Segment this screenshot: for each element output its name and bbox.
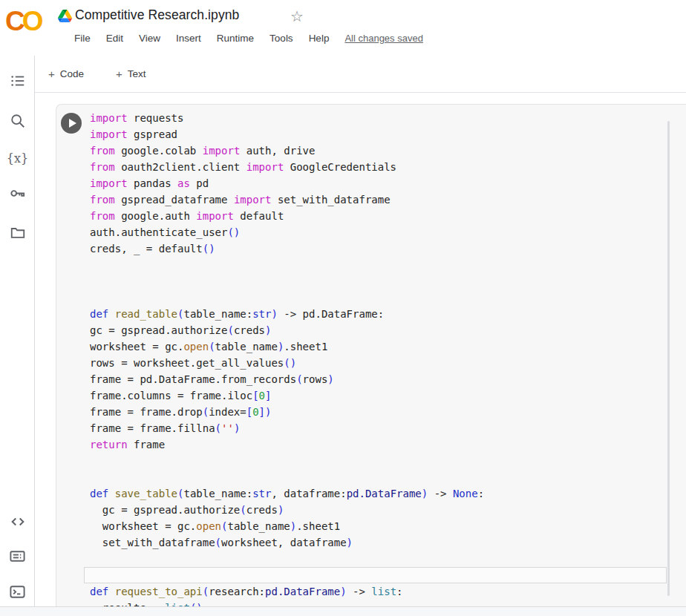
files-folder-icon[interactable] — [8, 223, 27, 241]
plus-icon: + — [116, 68, 122, 80]
plus-icon: + — [48, 68, 55, 80]
code-line[interactable]: from oauth2client.client import GoogleCr… — [84, 159, 667, 175]
bottom-bar — [0, 606, 686, 616]
code-line[interactable]: frame = frame.drop(index=[0]) — [84, 404, 667, 420]
code-line[interactable]: frame.columns = frame.iloc[0] — [84, 387, 667, 404]
code-line[interactable]: gc = gspread.authorize(creds) — [84, 322, 667, 338]
command-palette-icon[interactable] — [8, 547, 27, 566]
notebook-title[interactable]: Competitive Research.ipynb — [75, 7, 239, 23]
add-code-label: Code — [60, 68, 84, 79]
code-line[interactable]: from gspread_dataframe import set_with_d… — [84, 191, 667, 208]
header: CO Competitive Research.ipynb ☆ FileEdit… — [0, 0, 686, 56]
code-cell[interactable]: import requestsimport gspreadfrom google… — [56, 104, 686, 607]
code-line[interactable]: rows = worksheet.get_all_values() — [84, 355, 667, 371]
code-line[interactable]: def read_table(table_name:str) -> pd.Dat… — [84, 306, 667, 322]
code-line[interactable]: import gspread — [84, 126, 667, 142]
add-text-button[interactable]: + Text — [110, 63, 152, 85]
code-line[interactable]: def save_table(table_name:str, dataframe… — [84, 485, 667, 502]
star-icon[interactable]: ☆ — [290, 7, 304, 25]
code-line[interactable] — [84, 289, 667, 306]
code-lines: import requestsimport gspreadfrom google… — [84, 110, 667, 607]
code-line[interactable]: worksheet = gc.open(table_name).sheet1 — [84, 518, 667, 534]
variables-icon[interactable]: {x} — [8, 149, 27, 168]
colab-logo-letter-c: C — [5, 6, 22, 36]
run-cell-button[interactable] — [61, 113, 82, 134]
menu-item-runtime[interactable]: Runtime — [217, 33, 254, 44]
code-line[interactable]: def request_to_api(research:pd.DataFrame… — [84, 583, 667, 600]
terminal-icon[interactable] — [8, 583, 27, 601]
code-line[interactable]: auth.authenticate_user() — [84, 224, 667, 240]
code-line[interactable] — [84, 551, 667, 567]
code-line[interactable]: from google.colab import auth, drive — [84, 142, 667, 159]
code-line[interactable] — [84, 453, 667, 469]
code-line[interactable]: creds, _ = default() — [84, 240, 667, 257]
code-line[interactable]: return frame — [84, 436, 667, 453]
menu-item-insert[interactable]: Insert — [176, 33, 201, 44]
colab-logo[interactable]: CO — [5, 6, 41, 37]
search-icon[interactable] — [8, 111, 27, 130]
code-line[interactable] — [84, 469, 667, 485]
menu-item-file[interactable]: File — [74, 33, 91, 44]
menu-item-tools[interactable]: Tools — [270, 33, 293, 44]
code-line[interactable]: frame = frame.fillna('') — [84, 420, 667, 436]
add-code-button[interactable]: + Code — [42, 63, 90, 85]
menu-item-edit[interactable]: Edit — [106, 33, 123, 44]
code-line[interactable]: set_with_dataframe(worksheet, dataframe) — [84, 534, 667, 551]
code-snippets-icon[interactable] — [8, 512, 27, 531]
colab-logo-letter-o: O — [22, 6, 41, 36]
secrets-key-icon[interactable] — [8, 184, 27, 203]
add-text-label: Text — [128, 68, 146, 79]
code-line[interactable]: import requests — [84, 110, 667, 126]
menu-item-view[interactable]: View — [139, 33, 160, 44]
variables-glyph: {x} — [7, 151, 28, 166]
code-line[interactable]: gc = gspread.authorize(creds) — [84, 502, 667, 518]
code-line[interactable]: worksheet = gc.open(table_name).sheet1 — [84, 338, 667, 355]
cell-toolbar: + Code + Text — [35, 56, 686, 93]
code-line[interactable] — [84, 273, 667, 289]
menu-bar: FileEditViewInsertRuntimeToolsHelpAll ch… — [74, 33, 423, 44]
save-status-link[interactable]: All changes saved — [344, 33, 423, 44]
left-sidebar: {x} — [0, 56, 35, 606]
code-line[interactable]: from google.auth import default — [84, 208, 667, 224]
code-line[interactable] — [84, 257, 667, 273]
current-line-highlight[interactable] — [84, 567, 667, 583]
colab-window: CO Competitive Research.ipynb ☆ FileEdit… — [0, 0, 686, 616]
cell-scrollbar[interactable] — [667, 121, 670, 596]
code-line[interactable]: frame = pd.DataFrame.from_records(rows) — [84, 371, 667, 387]
code-line[interactable]: import pandas as pd — [84, 175, 667, 191]
table-of-contents-icon[interactable] — [8, 71, 27, 90]
google-drive-icon — [58, 10, 72, 22]
play-icon — [69, 119, 76, 128]
menu-item-help[interactable]: Help — [309, 33, 330, 44]
